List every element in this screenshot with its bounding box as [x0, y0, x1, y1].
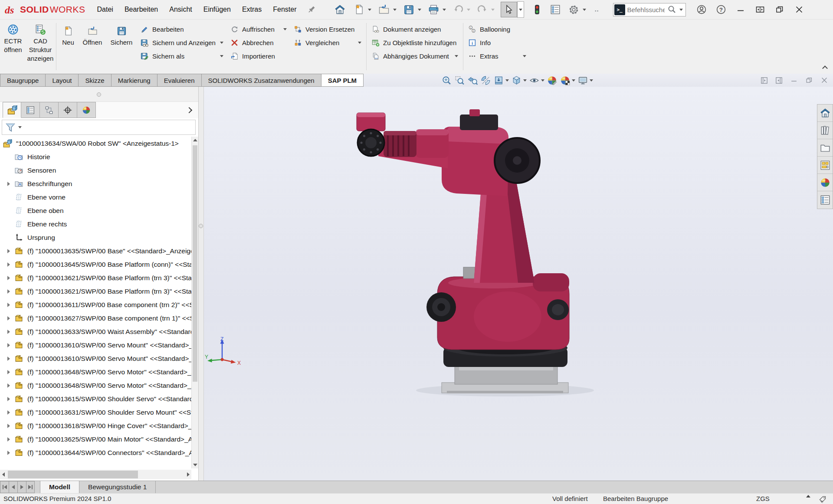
extras-button[interactable]: Extras	[465, 49, 530, 63]
expand-arrow[interactable]	[3, 357, 14, 361]
restore-button[interactable]	[770, 1, 790, 18]
tree-component-row[interactable]: (f) "10000013611/SWP/00 Base component (…	[0, 298, 191, 311]
redo-button[interactable]	[476, 2, 489, 17]
section-view-icon[interactable]	[479, 74, 492, 86]
expand-arrow[interactable]	[3, 303, 14, 307]
tree-component-row[interactable]: (f) "10000013625/SWP/00 Main Motor" <<St…	[0, 432, 191, 446]
pin-menu-icon[interactable]	[307, 5, 316, 14]
collapse-pane-right-icon[interactable]	[775, 76, 783, 85]
tree-ebene-vorne-row[interactable]: Ebene vorne	[0, 190, 191, 204]
filter-dropdown[interactable]	[18, 126, 22, 128]
expand-arrow[interactable]	[3, 437, 14, 442]
neu-button[interactable]: Neu	[58, 20, 79, 74]
scroll-left-arrow[interactable]	[0, 470, 7, 479]
print-button[interactable]	[426, 2, 441, 17]
search-input[interactable]	[627, 6, 665, 13]
tab-featuremanager[interactable]	[3, 102, 21, 118]
help-icon[interactable]	[712, 1, 731, 18]
taskpane-custom-properties-icon[interactable]	[817, 191, 833, 209]
search-icon[interactable]	[667, 4, 677, 15]
expand-arrow[interactable]	[3, 316, 14, 321]
zoom-area-icon[interactable]	[453, 74, 466, 86]
cad-struktur-button[interactable]: CAD Struktur anzeigen	[26, 20, 55, 74]
tree-component-row[interactable]: (f) "10000013610/SWP/00 Servo Mount" <<S…	[0, 338, 191, 352]
redo-dropdown[interactable]	[489, 2, 496, 17]
menu-einfuegen[interactable]: Einfügen	[198, 0, 236, 20]
dokument-anzeigen-button[interactable]: Dokument anzeigen	[368, 23, 462, 36]
tree-component-row[interactable]: (f) "10000013615/SWP/00 Shoulder Servo" …	[0, 392, 191, 406]
tab-sap-plm[interactable]: SAP PLM	[321, 74, 364, 87]
more-options-icon[interactable]	[590, 2, 603, 17]
tag-icon[interactable]	[818, 495, 827, 504]
horizontal-scroll-thumb[interactable]	[8, 471, 138, 478]
doc-close-icon[interactable]	[820, 76, 829, 85]
new-document-dropdown[interactable]	[366, 2, 373, 17]
tree-component-row[interactable]: (f) "10000013633/SWP/00 Waist Assembly" …	[0, 325, 191, 338]
tab-baugruppe[interactable]: Baugruppe	[0, 74, 45, 87]
tree-ebene-oben-row[interactable]: Ebene oben	[0, 204, 191, 217]
select-cursor-button[interactable]	[501, 2, 517, 17]
user-account-icon[interactable]	[692, 1, 712, 18]
menu-fenster[interactable]: Fenster	[267, 0, 302, 20]
ectr-oeffnen-button[interactable]: ECTR öffnen	[0, 20, 26, 74]
tree-component-row[interactable]: (f) "10000013627/SWP/00 Base component (…	[0, 311, 191, 325]
info-button[interactable]: Info	[465, 36, 530, 49]
importieren-button[interactable]: Importieren	[227, 49, 290, 63]
tab-skizze[interactable]: Skizze	[78, 74, 111, 87]
tab-scroll-next-button[interactable]	[17, 481, 26, 493]
taskpane-view-palette-icon[interactable]	[817, 157, 833, 174]
sichern-und-anzeigen-dropdown[interactable]	[220, 42, 223, 44]
sichern-als-dropdown[interactable]	[220, 55, 223, 57]
vergleichen-dropdown[interactable]	[358, 42, 361, 44]
menu-datei[interactable]: Datei	[92, 0, 119, 20]
tab-zusatzanwendungen[interactable]: SOLIDWORKS Zusatzanwendungen	[201, 74, 321, 87]
ballooning-button[interactable]: Ballooning	[465, 23, 530, 36]
vertical-scroll-thumb[interactable]	[193, 145, 197, 382]
tab-modell[interactable]: Modell	[40, 481, 79, 493]
expand-arrow[interactable]	[3, 276, 14, 280]
vergleichen-button[interactable]: Vergleichen	[290, 36, 365, 49]
new-document-button[interactable]	[352, 2, 366, 17]
tree-component-row[interactable]: (f) "10000013610/SWP/00 Servo Mount" <<S…	[0, 352, 191, 365]
save-dropdown[interactable]	[416, 2, 423, 17]
view-orientation-icon[interactable]	[492, 74, 505, 86]
hide-show-dropdown[interactable]	[541, 79, 544, 82]
tree-component-row[interactable]: (f) "10000013621/SWP/00 Base Platform (t…	[0, 285, 191, 298]
home-button[interactable]	[333, 2, 347, 17]
oeffnen-button[interactable]: Öffnen	[79, 20, 106, 74]
tab-scroll-prev-button[interactable]	[9, 481, 17, 493]
unit-system-caret[interactable]	[806, 495, 810, 497]
tree-component-row[interactable]: (f) "10000013648/SWP/00 Servo Motor" <<S…	[0, 379, 191, 392]
tab-dimxpertmanager[interactable]	[59, 102, 77, 118]
taskpane-design-library-icon[interactable]	[817, 122, 833, 139]
tree-beschriftungen-row[interactable]: Beschriftungen	[0, 177, 191, 190]
menu-extras[interactable]: Extras	[236, 0, 267, 20]
span-displays-button[interactable]	[751, 1, 770, 18]
print-dropdown[interactable]	[441, 2, 448, 17]
expand-arrow[interactable]	[3, 249, 14, 253]
abhaengiges-dokument-button[interactable]: Abhängiges Dokument	[368, 49, 462, 63]
expand-arrow[interactable]	[3, 182, 14, 186]
apply-scene-dropdown[interactable]	[572, 79, 575, 82]
options-dropdown[interactable]	[581, 2, 588, 17]
expand-arrow[interactable]	[3, 370, 14, 374]
auffrischen-button[interactable]: Auffrischen	[227, 23, 290, 36]
search-dropdown[interactable]	[679, 9, 683, 11]
tree-historie-row[interactable]: Historie	[0, 150, 191, 164]
tab-layout[interactable]: Layout	[45, 74, 78, 87]
expand-arrow[interactable]	[3, 262, 14, 267]
display-settings-icon[interactable]	[548, 2, 562, 17]
extras-dropdown[interactable]	[523, 55, 526, 57]
doc-restore-icon[interactable]	[805, 76, 813, 85]
auffrischen-dropdown[interactable]	[283, 28, 287, 30]
previous-view-icon[interactable]	[466, 74, 479, 86]
splitter-handle[interactable]	[199, 224, 203, 228]
abhaengiges-dokument-dropdown[interactable]	[455, 55, 458, 57]
scroll-right-arrow[interactable]	[185, 470, 191, 479]
open-dropdown[interactable]	[391, 2, 398, 17]
sichern-button[interactable]: Sichern	[106, 20, 137, 74]
tab-displaymanager[interactable]	[77, 102, 96, 118]
tab-evaluieren[interactable]: Evaluieren	[157, 74, 201, 87]
expand-arrow[interactable]	[3, 451, 14, 455]
undo-dropdown[interactable]	[465, 2, 472, 17]
